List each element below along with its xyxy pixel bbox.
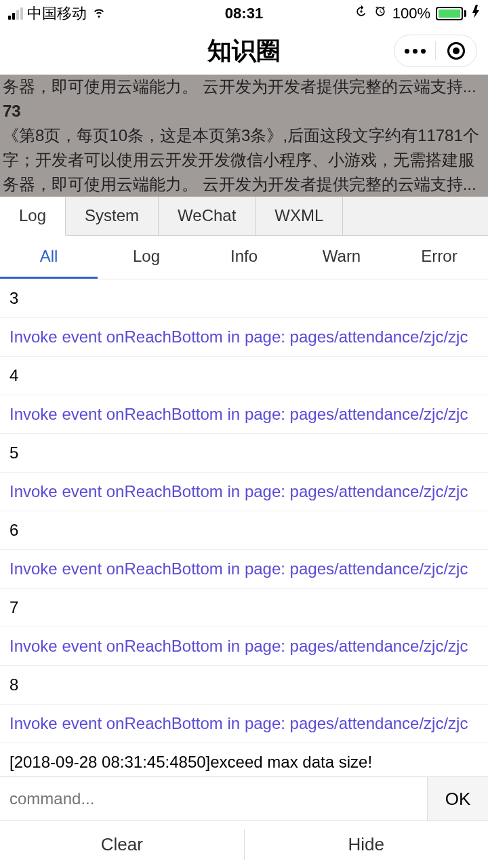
bottom-bar: Clear Hide — [0, 821, 488, 868]
status-right: 100% — [354, 5, 480, 22]
target-icon — [447, 42, 465, 60]
close-button[interactable] — [436, 35, 476, 67]
log-row[interactable]: Invoke event onReachBottom in page: page… — [0, 473, 488, 511]
subtab-log[interactable]: Log — [98, 236, 195, 279]
log-row[interactable]: 7 — [0, 589, 488, 627]
background-content: 务器，即可使用云端能力。 云开发为开发者提供完整的云端支持... 73 《第8页… — [0, 75, 488, 197]
dots-icon — [405, 49, 426, 54]
status-time: 08:31 — [225, 5, 263, 22]
ok-button[interactable]: OK — [427, 777, 488, 821]
sub-tabs: All Log Info Warn Error — [0, 236, 488, 279]
bg-line: 《第8页，每页10条，这是本页第3条》,后面这段文字约有11781个字；开发者可… — [3, 123, 485, 197]
bg-line: 务器，即可使用云端能力。 云开发为开发者提供完整的云端支持... — [3, 75, 485, 99]
svg-point-0 — [360, 10, 362, 12]
signal-icon — [8, 7, 23, 20]
log-row[interactable]: Invoke event onReachBottom in page: page… — [0, 705, 488, 743]
log-row[interactable]: 3 — [0, 279, 488, 318]
subtab-error[interactable]: Error — [390, 236, 488, 279]
tab-log[interactable]: Log — [0, 197, 66, 236]
tab-wechat[interactable]: WeChat — [159, 197, 256, 235]
bg-number: 73 — [3, 99, 485, 123]
log-row[interactable]: Invoke event onReachBottom in page: page… — [0, 318, 488, 357]
tab-wxml[interactable]: WXML — [256, 197, 343, 235]
status-left: 中国移动 — [8, 3, 107, 24]
main-tabs: Log System WeChat WXML — [0, 197, 488, 236]
lock-rotation-icon — [354, 5, 368, 22]
battery-icon — [436, 7, 466, 20]
hide-button[interactable]: Hide — [245, 821, 489, 868]
clear-button[interactable]: Clear — [0, 821, 244, 868]
nav-bar: 知识圈 — [0, 27, 488, 75]
log-row[interactable]: 4 — [0, 357, 488, 395]
command-bar: OK — [0, 776, 488, 821]
alarm-icon — [373, 5, 387, 22]
subtab-all[interactable]: All — [0, 236, 98, 279]
subtab-info[interactable]: Info — [195, 236, 293, 279]
charging-icon — [472, 5, 480, 22]
capsule — [394, 35, 477, 67]
log-row[interactable]: Invoke event onReachBottom in page: page… — [0, 395, 488, 434]
carrier-label: 中国移动 — [27, 3, 87, 24]
log-row[interactable]: 6 — [0, 511, 488, 550]
subtab-warn[interactable]: Warn — [293, 236, 390, 279]
log-row[interactable]: Invoke event onReachBottom in page: page… — [0, 550, 488, 589]
page-title: 知识圈 — [207, 35, 281, 68]
wifi-icon — [91, 3, 107, 24]
status-bar: 中国移动 08:31 100% — [0, 0, 488, 27]
tab-system[interactable]: System — [66, 197, 159, 235]
command-input[interactable] — [0, 777, 427, 821]
menu-button[interactable] — [394, 35, 435, 67]
log-row[interactable]: 8 — [0, 666, 488, 705]
log-row[interactable]: Invoke event onReachBottom in page: page… — [0, 627, 488, 666]
battery-pct: 100% — [392, 5, 430, 22]
log-row[interactable]: 5 — [0, 434, 488, 473]
